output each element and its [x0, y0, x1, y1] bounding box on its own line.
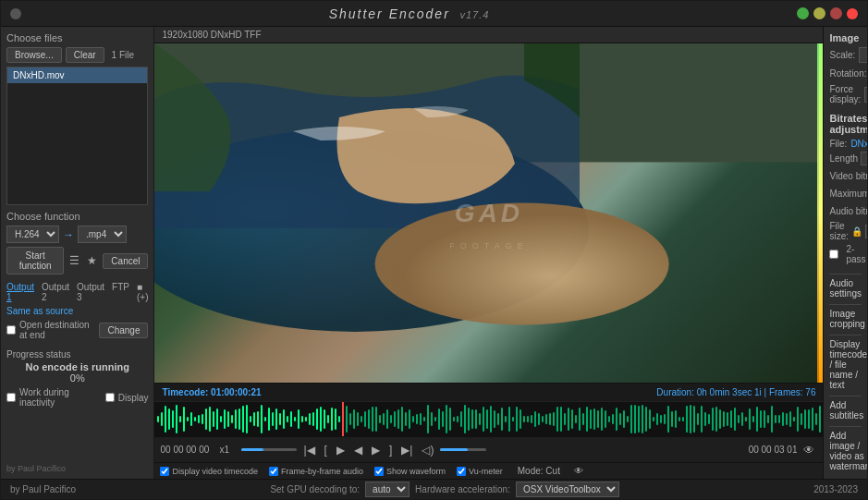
video-preview[interactable]: GAD FOOTAGE [154, 43, 823, 383]
title-bar: Shutter Encoder v17.4 [1, 1, 867, 27]
app-title: Shutter Encoder v17.4 [329, 6, 490, 21]
subtitles-section: Add subtitles [829, 396, 862, 424]
choose-function-section: Choose function H.264 → .mp4 Start funct… [6, 211, 148, 278]
length-label: Length [829, 153, 858, 164]
waveform-area[interactable] [154, 401, 823, 436]
output-tab-2[interactable]: Output 2 [42, 282, 69, 302]
video-watermark-sub: FOOTAGE [449, 241, 528, 250]
volume-slider[interactable] [440, 448, 486, 451]
twopass-checkbox[interactable] [829, 250, 838, 259]
destination-row: Open destination at end Change [6, 320, 148, 340]
progress-section: Progress status No encode is running 0% … [6, 349, 148, 408]
scale-row: Scale: Source ⟳ [829, 47, 862, 63]
scale-label: Scale: [829, 50, 855, 60]
subtitles-header[interactable]: Add subtitles [829, 396, 862, 424]
star-icon-button[interactable]: ★ [85, 252, 99, 269]
display-timecode-check[interactable]: Display video timecode [160, 467, 258, 476]
filesize-input[interactable] [865, 225, 867, 238]
progress-title: Progress status [6, 349, 148, 360]
green-dot[interactable] [797, 7, 809, 19]
watermark-header[interactable]: Add image / video as watermark [829, 427, 862, 475]
prev-frame-button[interactable]: ▶ [369, 443, 383, 457]
controls-bar: 00 00 00 00 x1 |◀ [ ▶ ◀ ▶ ] ▶| ◁) 00 00 … [154, 436, 823, 462]
show-waveform-check[interactable]: Show waveform [374, 467, 446, 476]
image-title: Image [829, 32, 862, 43]
start-row: Start function ☰ ★ Cancel [6, 247, 148, 274]
right-panel: Image Scale: Source ⟳ Rotation: 180 Mirr… [824, 27, 867, 479]
output-tab-ftp[interactable]: FTP [112, 282, 129, 302]
eye-button[interactable]: 👁 [801, 443, 817, 457]
no-encode-label: No encode is running [6, 361, 148, 372]
display-timecode-header[interactable]: Display timecode / file name / text [829, 335, 862, 394]
open-destination-label: Open destination at end [19, 320, 95, 340]
open-destination-checkbox[interactable] [6, 325, 16, 335]
choose-function-title: Choose function [6, 211, 148, 222]
frame-audio-check[interactable]: Frame-by-frame audio [269, 467, 363, 476]
cancel-button[interactable]: Cancel [103, 253, 148, 269]
author-left: by Paul Pacifico [6, 458, 148, 473]
length-hh[interactable] [861, 152, 867, 165]
step-back-button[interactable]: [ [322, 443, 330, 457]
time-start-display: 00 00 00 00 [160, 445, 215, 455]
minimize-dot[interactable] [10, 8, 21, 19]
twopass-row: 2-pass Max. Quality [829, 244, 862, 264]
audio-button[interactable]: ◁) [419, 443, 436, 457]
scale-select[interactable]: Source [859, 47, 867, 63]
force-display-row: Force display: 16:9 1 [829, 84, 862, 104]
gpu-select[interactable]: auto [365, 482, 410, 497]
display-label: Display [118, 393, 149, 403]
mode-display: Mode: Cut [518, 466, 560, 476]
filesize-row: File size: 🔒 MB [829, 221, 862, 241]
gpu-label: Set GPU decoding to: [270, 484, 360, 494]
function-select[interactable]: H.264 [6, 226, 59, 243]
go-start-button[interactable]: |◀ [300, 443, 317, 457]
step-forward-button[interactable]: ◀ [351, 443, 365, 457]
output-tabs: Output 1 Output 2 Output 3 FTP ■ (+) [6, 282, 148, 302]
audio-bitrate-label: Audio bitrate: [829, 206, 867, 216]
output-tab-1[interactable]: Output 1 [6, 282, 34, 302]
display-checkbox[interactable] [105, 393, 115, 402]
main-content: Choose files Browse... Clear 1 File DNxH… [1, 27, 867, 479]
browse-button[interactable]: Browse... [6, 47, 62, 63]
image-cropping-header[interactable]: Image cropping [829, 305, 862, 333]
bitrates-section: Bitrates adjustment File: DNxHD.mov Leng… [829, 113, 862, 268]
hw-select[interactable]: OSX VideoToolbox [516, 482, 619, 497]
list-icon-button[interactable]: ☰ [67, 252, 81, 269]
clear-button[interactable]: Clear [66, 47, 104, 63]
image-cropping-section: Image cropping [829, 304, 862, 333]
video-bitrate-label: Video bitrate: [829, 171, 867, 181]
change-button[interactable]: Change [99, 323, 148, 338]
red-dot[interactable] [830, 7, 842, 19]
close-dot[interactable] [847, 8, 858, 19]
playhead [342, 402, 344, 436]
output-tab-3[interactable]: Output 3 [77, 282, 104, 302]
next-frame-button[interactable]: ] [386, 443, 395, 457]
rotation-label: Rotation: [829, 68, 866, 79]
file-item[interactable]: DNxHD.mov [7, 67, 147, 83]
work-inactivity-checkbox[interactable] [6, 393, 16, 402]
timecode-bar: Timecode: 01:00:00:21 Duration: 0h 0min … [154, 383, 823, 401]
twopass-label: 2-pass [846, 244, 865, 264]
mode-eye-button[interactable]: 👁 [571, 465, 586, 477]
bottom-bar: by Paul Pacifico Set GPU decoding to: au… [1, 479, 867, 499]
bitrates-title: Bitrates adjustment [829, 113, 862, 135]
max-label: Maximum: [829, 189, 867, 199]
play-button[interactable]: ▶ [334, 443, 348, 457]
force-display-select[interactable]: 16:9 [864, 87, 867, 103]
start-function-button[interactable]: Start function [6, 247, 64, 274]
watermark-section: Add image / video as watermark Add water… [829, 426, 862, 479]
filesize-label: File size: [829, 221, 849, 241]
yellow-dot[interactable] [813, 7, 825, 19]
duration-display: Duration: 0h 0min 3sec 1i | Frames: 76 [656, 387, 815, 397]
go-end-button[interactable]: ▶| [398, 443, 415, 457]
work-inactivity-label: Work during inactivity [19, 387, 92, 408]
window-action-buttons [797, 7, 858, 19]
video-watermark: GAD [455, 199, 523, 228]
same-as-source: Same as source [6, 306, 148, 316]
vu-meter-check[interactable]: Vu-meter [457, 467, 503, 476]
choose-files-title: Choose files [6, 32, 148, 43]
audio-settings-header[interactable]: Audio settings [829, 274, 862, 302]
speed-slider[interactable] [241, 448, 297, 451]
format-select[interactable]: .mp4 [78, 226, 127, 243]
video-info: 1920x1080 DNxHD TFF [162, 30, 261, 40]
